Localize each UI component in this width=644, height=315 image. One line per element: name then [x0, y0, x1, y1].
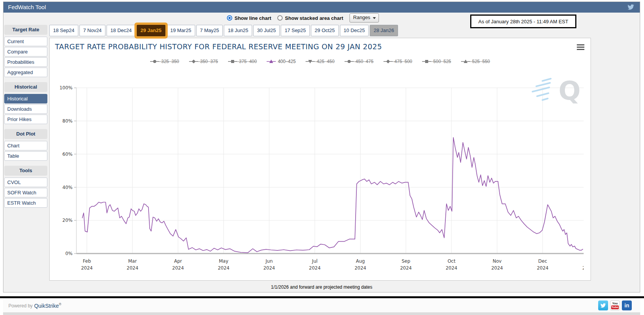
circle-marker-icon: [345, 60, 354, 63]
meeting-tab-29-jan25[interactable]: 29 Jan25: [137, 25, 165, 36]
chart-legend: 325–350350–375375–400400–425425–450450–4…: [50, 59, 591, 64]
radio-line-label: Show line chart: [235, 15, 271, 21]
fedwatch-app-frame: FedWatch Tool Show line chart Show stack…: [3, 2, 640, 292]
sidebar-header-tools: Tools: [4, 166, 47, 176]
twitter-footer-icon[interactable]: [598, 300, 608, 310]
legend-label: 325–350: [161, 59, 179, 64]
legend-item-400-425[interactable]: 400–425: [267, 59, 296, 64]
radio-selected-icon[interactable]: [227, 15, 232, 21]
sidebar-item-current[interactable]: Current: [4, 37, 47, 46]
svg-text:2024: 2024: [446, 265, 458, 271]
svg-text:60%: 60%: [62, 152, 73, 157]
triangle-up-marker-icon: [461, 60, 470, 63]
powered-by: Powered by QuikStrike®: [8, 298, 61, 313]
chart-panel: TARGET RATE PROBABILITY HISTORY FOR FEDE…: [49, 38, 591, 281]
hamburger-menu-icon[interactable]: [577, 44, 584, 51]
sidebar-nav: Target RateCurrentCompareProbabilitiesAg…: [4, 25, 47, 213]
sidebar-item-aggregated[interactable]: Aggregated: [4, 68, 47, 77]
legend-label: 375–400: [239, 59, 257, 64]
registered-mark: ®: [59, 302, 61, 306]
svg-text:0%: 0%: [65, 251, 73, 256]
svg-text:Aug: Aug: [356, 258, 365, 264]
svg-text:40%: 40%: [62, 185, 73, 190]
sidebar-item-downloads[interactable]: Downloads: [4, 104, 47, 114]
radio-unselected-icon[interactable]: [277, 15, 283, 21]
meeting-tab-7-nov24[interactable]: 7 Nov24: [79, 25, 105, 36]
sidebar-group-target-rate: Target RateCurrentCompareProbabilitiesAg…: [4, 25, 47, 77]
legend-item-450-475[interactable]: 450–475: [345, 59, 374, 64]
svg-text:Feb: Feb: [83, 258, 91, 264]
svg-text:2024: 2024: [263, 265, 275, 271]
legend-label: 450–475: [356, 59, 374, 64]
sidebar-item-historical[interactable]: Historical: [4, 94, 47, 103]
diamond-marker-icon: [189, 60, 198, 63]
top-header-bar: FedWatch Tool: [3, 2, 640, 13]
legend-item-350-375[interactable]: 350–375: [189, 59, 218, 64]
svg-text:Apr: Apr: [174, 258, 182, 264]
quikstrike-link[interactable]: QuikStrike®: [34, 302, 61, 309]
probability-history-chart: 0%20%40%60%80%100%Feb2024Mar2024Apr2024M…: [57, 70, 584, 278]
meeting-tab-17-sep25[interactable]: 17 Sep25: [281, 25, 310, 36]
projected-dates-note: 1/1/2026 and forward are projected meeti…: [3, 282, 640, 292]
legend-label: 475–500: [395, 59, 413, 64]
svg-text:2024: 2024: [127, 265, 139, 271]
svg-text:Dec: Dec: [538, 258, 547, 264]
legend-item-325-350[interactable]: 325–350: [150, 59, 179, 64]
triangle-up-marker-icon: [267, 60, 276, 63]
sidebar-item-chart[interactable]: Chart: [4, 141, 47, 150]
svg-text:2024: 2024: [354, 265, 366, 271]
legend-label: 350–375: [200, 59, 218, 64]
radio-show-line-chart[interactable]: Show line chart: [227, 15, 271, 21]
page-footer: Powered by QuikStrike® You Tube in: [3, 298, 640, 313]
sidebar-item-probabilities[interactable]: Probabilities: [4, 57, 47, 67]
svg-text:May: May: [219, 258, 228, 264]
legend-item-425-450[interactable]: 425–450: [306, 59, 335, 64]
sidebar-group-dot-plot: Dot PlotChartTable: [4, 129, 47, 161]
svg-text:2024: 2024: [491, 265, 503, 271]
powered-by-label: Powered by: [8, 303, 32, 309]
svg-text:2024: 2024: [81, 265, 93, 271]
meeting-tab-18-dec24[interactable]: 18 Dec24: [107, 25, 136, 36]
sidebar-group-historical: HistoricalHistoricalDownloadsPrior Hikes: [4, 82, 47, 124]
sidebar-header-target-rate: Target Rate: [4, 25, 47, 35]
legend-item-500-525[interactable]: 500–525: [422, 59, 451, 64]
legend-item-375-400[interactable]: 375–400: [228, 59, 257, 64]
app-title: FedWatch Tool: [8, 2, 46, 13]
sidebar-item-estr-watch[interactable]: ESTR Watch: [4, 198, 47, 208]
sidebar-item-compare[interactable]: Compare: [4, 47, 47, 57]
legend-item-475-500[interactable]: 475–500: [383, 59, 413, 64]
legend-item-525-550[interactable]: 525–550: [461, 59, 490, 64]
meeting-tab-28-jan26[interactable]: 28 Jan26: [370, 25, 398, 36]
as-of-timestamp: As of January 28th 2025 - 11:49 AM EST: [470, 15, 576, 28]
svg-text:2024: 2024: [218, 265, 230, 271]
sidebar-item-prior-hikes[interactable]: Prior Hikes: [4, 115, 47, 124]
youtube-icon[interactable]: You Tube: [610, 300, 620, 310]
meeting-tab-18-sep24[interactable]: 18 Sep24: [49, 25, 78, 36]
svg-text:Nov: Nov: [493, 258, 502, 264]
ranges-dropdown[interactable]: Ranges: [350, 13, 379, 23]
chart-type-controls: Show line chart Show stacked area chart …: [227, 13, 379, 23]
radio-show-stacked-area-chart[interactable]: Show stacked area chart: [277, 15, 343, 21]
svg-text:80%: 80%: [62, 118, 73, 124]
sidebar-item-sofr-watch[interactable]: SOFR Watch: [4, 188, 47, 197]
meeting-tab-30-jul25[interactable]: 30 Jul25: [253, 25, 280, 36]
linkedin-icon[interactable]: in: [622, 300, 632, 310]
svg-text:2024: 2024: [172, 265, 184, 271]
meeting-tab-18-jun25[interactable]: 18 Jun25: [224, 25, 252, 36]
twitter-icon[interactable]: [627, 4, 634, 10]
svg-text:2024: 2024: [537, 265, 549, 271]
meeting-tab-29-oct25[interactable]: 29 Oct25: [311, 25, 339, 36]
svg-text:100%: 100%: [60, 85, 73, 90]
sidebar-item-table[interactable]: Table: [4, 151, 47, 161]
sidebar-header-dot-plot: Dot Plot: [4, 129, 47, 139]
meeting-tab-10-dec25[interactable]: 10 Dec25: [340, 25, 369, 36]
sidebar-group-tools: ToolsCVOLSOFR WatchESTR Watch: [4, 166, 47, 208]
legend-label: 425–450: [317, 59, 335, 64]
svg-text:Jul: Jul: [312, 258, 317, 264]
meeting-tab-7-may25[interactable]: 7 May25: [196, 25, 223, 36]
diamond-marker-icon: [383, 60, 393, 63]
square-marker-icon: [228, 60, 237, 63]
meeting-tab-19-mar25[interactable]: 19 Mar25: [167, 25, 195, 36]
svg-text:20%: 20%: [62, 218, 73, 223]
sidebar-item-cvol[interactable]: CVOL: [4, 178, 47, 187]
